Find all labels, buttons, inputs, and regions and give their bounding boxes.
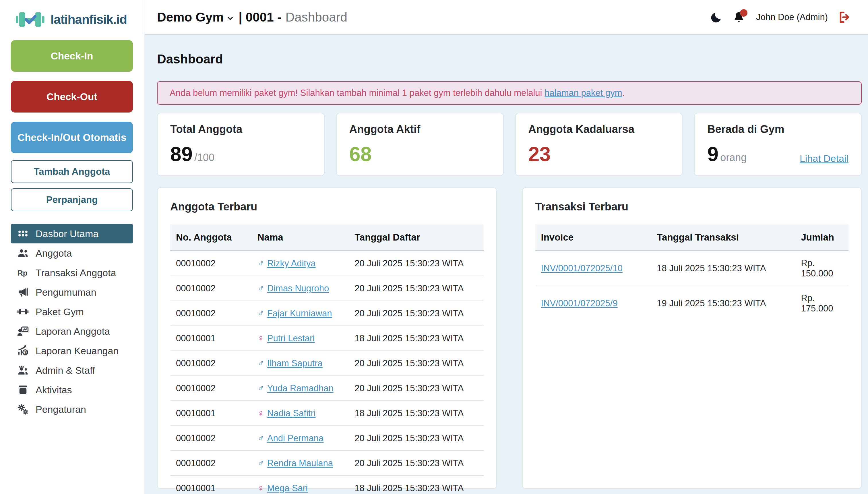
col-jumlah: Jumlah — [795, 225, 848, 251]
gym-name-label: Demo Gym — [157, 10, 224, 24]
members-table: No. Anggota Nama Tanggal Daftar 00010002… — [170, 225, 484, 494]
sidebar-item-admin-staff[interactable]: Admin & Staff — [11, 361, 133, 380]
stat-value: 9 — [707, 144, 718, 164]
activity-icon — [17, 383, 29, 396]
action-button-check-in[interactable]: Check-In — [11, 40, 133, 72]
members-table-body: 00010002♂Rizky Aditya20 Juli 2025 15:30:… — [170, 251, 484, 494]
member-no: 00010002 — [170, 451, 252, 476]
col-invoice: Invoice — [535, 225, 651, 251]
action-button-tambah-anggota[interactable]: Tambah Anggota — [11, 160, 133, 183]
member-date: 18 Juli 2025 15:30:23 WITA — [349, 476, 483, 494]
member-name-link[interactable]: Dimas Nugroho — [267, 283, 329, 293]
member-name-cell: ♀Mega Sari — [252, 476, 349, 494]
brand-name: latihanfisik.id — [51, 12, 127, 27]
members-card: Anggota Terbaru No. Anggota Nama Tanggal… — [157, 187, 497, 489]
dumbbell-icon — [17, 305, 29, 318]
member-date: 20 Juli 2025 15:30:23 WITA — [349, 276, 483, 301]
brand-logo: latihanfisik.id — [11, 8, 133, 40]
member-name-link[interactable]: Putri Lestari — [267, 333, 314, 343]
member-name-link[interactable]: Rendra Maulana — [267, 458, 333, 468]
transactions-card: Transaksi Terbaru Invoice Tanggal Transa… — [522, 187, 862, 489]
member-no: 00010002 — [170, 276, 252, 301]
col-no-anggota: No. Anggota — [170, 225, 252, 251]
stat-card-berada-di-gym: Berada di Gym9orangLihat Detail — [694, 113, 862, 176]
member-row: 00010001♀Nadia Safitri18 Juli 2025 15:30… — [170, 401, 484, 426]
male-icon: ♂ — [257, 308, 264, 318]
member-name-cell: ♂Yuda Ramadhan — [252, 376, 349, 401]
sidebar-item-transaksi-anggota[interactable]: RpTransaksi Anggota — [11, 263, 133, 282]
member-row: 00010002♂Dimas Nugroho20 Juli 2025 15:30… — [170, 276, 484, 301]
sidebar-item-dasbor-utama[interactable]: Dasbor Utama — [11, 224, 133, 243]
logout-icon — [837, 10, 852, 24]
member-date: 18 Juli 2025 15:30:23 WITA — [349, 326, 483, 351]
member-name-link[interactable]: Yuda Ramadhan — [267, 383, 333, 393]
member-name-cell: ♂Ilham Saputra — [252, 351, 349, 376]
stat-suffix: /100 — [194, 152, 214, 164]
action-button-check-in-out-otomatis[interactable]: Check-In/Out Otomatis — [11, 122, 133, 153]
stat-cards: Total Anggota89/100Anggota Aktif68Anggot… — [157, 113, 862, 176]
member-name-cell: ♀Nadia Safitri — [252, 401, 349, 426]
member-name-link[interactable]: Ilham Saputra — [267, 358, 323, 368]
sidebar-item-label: Paket Gym — [36, 306, 84, 318]
sidebar-menu: Dasbor UtamaAnggotaRpTransaksi AnggotaPe… — [11, 224, 133, 419]
member-date: 20 Juli 2025 15:30:23 WITA — [349, 351, 483, 376]
invoice-link[interactable]: INV/0001/072025/10 — [541, 263, 622, 273]
member-name-link[interactable]: Fajar Kurniawan — [267, 308, 332, 318]
member-date: 20 Juli 2025 15:30:23 WITA — [349, 426, 483, 451]
male-icon: ♂ — [257, 358, 264, 368]
action-button-perpanjang[interactable]: Perpanjang — [11, 188, 133, 211]
member-row: 00010002♂Fajar Kurniawan20 Juli 2025 15:… — [170, 301, 484, 326]
member-row: 00010001♀Putri Lestari18 Juli 2025 15:30… — [170, 326, 484, 351]
member-name-link[interactable]: Andi Permana — [267, 433, 324, 443]
member-row: 00010002♂Rendra Maulana20 Juli 2025 15:3… — [170, 451, 484, 476]
member-date: 18 Juli 2025 15:30:23 WITA — [349, 401, 483, 426]
member-name-link[interactable]: Nadia Safitri — [267, 408, 316, 418]
sidebar-item-pengaturan[interactable]: Pengaturan — [11, 400, 133, 419]
sidebar-item-label: Transaksi Anggota — [36, 267, 116, 279]
svg-text:$: $ — [24, 350, 27, 355]
app-root: latihanfisik.id Check-InCheck-OutCheck-I… — [0, 0, 868, 494]
logout-button[interactable] — [837, 10, 852, 24]
sidebar-item-aktivitas[interactable]: Aktivitas — [11, 380, 133, 400]
member-name-cell: ♂Fajar Kurniawan — [252, 301, 349, 326]
member-name-link[interactable]: Mega Sari — [267, 483, 308, 493]
member-no: 00010002 — [170, 351, 252, 376]
gym-selector[interactable]: Demo Gym — [157, 10, 234, 24]
stat-title: Anggota Kadaluarsa — [528, 123, 670, 135]
stat-value: 68 — [349, 144, 372, 164]
breadcrumb: Demo Gym | 0001 - Dashboard — [157, 10, 347, 24]
sidebar-item-laporan-anggota[interactable]: Laporan Anggota — [11, 322, 133, 341]
sidebar-item-label: Pengaturan — [36, 404, 86, 415]
dark-mode-toggle[interactable] — [710, 11, 723, 23]
member-date: 20 Juli 2025 15:30:23 WITA — [349, 376, 483, 401]
member-no: 00010002 — [170, 376, 252, 401]
lihat-detail-link[interactable]: Lihat Detail — [800, 153, 848, 164]
sidebar-item-label: Admin & Staff — [36, 365, 95, 376]
member-row: 00010002♂Ilham Saputra20 Juli 2025 15:30… — [170, 351, 484, 376]
settings-icon — [17, 403, 29, 416]
sidebar-item-paket-gym[interactable]: Paket Gym — [11, 302, 133, 322]
tables-row: Anggota Terbaru No. Anggota Nama Tanggal… — [157, 187, 862, 489]
action-button-check-out[interactable]: Check-Out — [11, 81, 133, 113]
male-icon: ♂ — [257, 258, 264, 268]
sidebar-item-label: Dasbor Utama — [36, 228, 98, 240]
invoice-cell: INV/0001/072025/10 — [535, 251, 651, 286]
sidebar-item-pengumuman[interactable]: Pengumuman — [11, 282, 133, 302]
member-no: 00010002 — [170, 251, 252, 276]
sidebar-item-laporan-keuangan[interactable]: $Laporan Keuangan — [11, 341, 133, 361]
col-tanggal-daftar: Tanggal Daftar — [349, 225, 483, 251]
member-date: 20 Juli 2025 15:30:23 WITA — [349, 251, 483, 276]
female-icon: ♀ — [257, 483, 264, 493]
transactions-table: Invoice Tanggal Transaksi Jumlah INV/000… — [535, 225, 849, 321]
member-name-cell: ♀Putri Lestari — [252, 326, 349, 351]
notifications-button[interactable] — [733, 11, 745, 23]
invoice-link[interactable]: INV/0001/072025/9 — [541, 298, 618, 308]
member-name-link[interactable]: Rizky Aditya — [267, 258, 316, 268]
megaphone-icon — [17, 286, 29, 299]
transaction-row: INV/0001/072025/1018 Juli 2025 15:30:23 … — [535, 251, 849, 286]
admin-staff-icon — [17, 364, 29, 377]
sidebar-item-anggota[interactable]: Anggota — [11, 243, 133, 263]
member-name-cell: ♂Dimas Nugroho — [252, 276, 349, 301]
paket-gym-link[interactable]: halaman paket gym — [544, 88, 622, 98]
female-icon: ♀ — [257, 408, 264, 418]
